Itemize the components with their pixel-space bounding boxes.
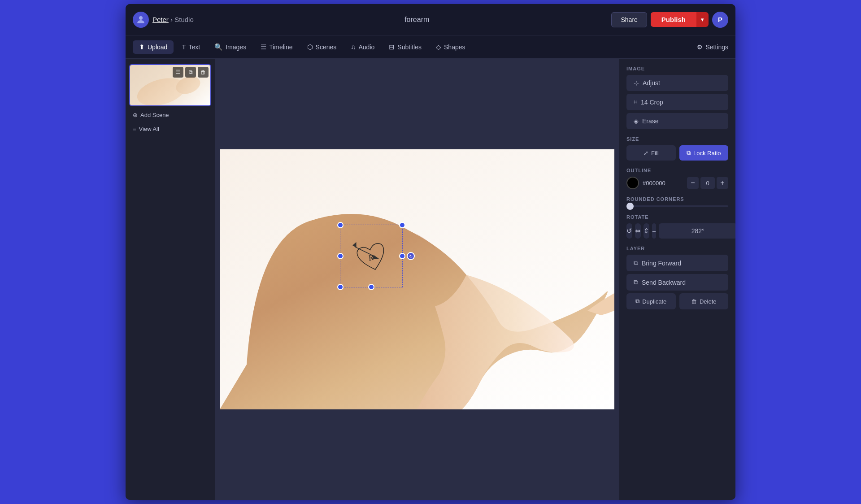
rotate-value-input[interactable]: 282° (659, 223, 735, 239)
toolbar-images[interactable]: 🔍 Images (208, 40, 252, 54)
lock-ratio-icon: ⧉ (687, 149, 691, 156)
bring-forward-icon: ⧉ (634, 259, 638, 267)
size-section-label: SIZE (626, 136, 728, 142)
send-backward-icon: ⧉ (634, 278, 638, 286)
toolbar-timeline[interactable]: ☰ Timeline (254, 40, 299, 54)
toolbar-shapes[interactable]: ◇ Shapes (430, 40, 471, 54)
fill-icon: ⤢ (644, 150, 648, 156)
scenes-icon: ⬡ (307, 43, 313, 51)
outline-section-label: OUTLINE (626, 168, 728, 173)
send-backward-button[interactable]: ⧉ Send Backward (626, 274, 728, 291)
subtitles-icon: ⊟ (389, 43, 395, 51)
flip-horizontal-button[interactable]: ⇔ (635, 223, 641, 239)
share-button[interactable]: Share (611, 12, 647, 27)
layer-section: LAYER ⧉ Bring Forward ⧉ Send Backward ⧉ … (626, 246, 728, 309)
outline-decrease-button[interactable]: − (687, 177, 699, 189)
outline-section: OUTLINE #000000 − + (626, 168, 728, 189)
toolbar: ⬆ Upload T Text 🔍 Images ☰ Timeline ⬡ Sc… (126, 35, 735, 59)
erase-icon: ◈ (634, 117, 639, 125)
size-section: SIZE ⤢ Fill ⧉ Lock Ratio (626, 136, 728, 161)
crop-button[interactable]: ⌗ 14 Crop (626, 94, 728, 110)
project-title: forearm (404, 16, 429, 24)
rotate-section-label: ROTATE (626, 214, 728, 220)
bring-forward-button[interactable]: ⧉ Bring Forward (626, 255, 728, 271)
erase-button[interactable]: ◈ Erase (626, 113, 728, 129)
add-scene-button[interactable]: ⊕ Add Scene (129, 110, 211, 120)
publish-button[interactable]: Publish (651, 12, 696, 27)
publish-dropdown-button[interactable]: ▾ (696, 12, 709, 27)
outline-num-control: − + (687, 177, 728, 189)
view-all-icon: ≡ (133, 126, 136, 132)
breadcrumb-user[interactable]: Peter (152, 16, 169, 23)
flip-vertical-button[interactable]: ⇕ (644, 223, 649, 239)
rounded-corners-section: ROUNDED CORNERS (626, 196, 728, 207)
settings-icon: ⚙ (697, 43, 703, 51)
audio-icon: ♫ (351, 43, 356, 51)
outline-color-swatch[interactable] (626, 177, 639, 189)
adjust-button[interactable]: ⊹ Adjust (626, 75, 728, 91)
toolbar-upload[interactable]: ⬆ Upload (133, 40, 174, 54)
text-icon: T (182, 43, 186, 51)
timeline-icon: ☰ (261, 43, 266, 51)
toolbar-subtitles[interactable]: ⊟ Subtitles (383, 40, 428, 54)
scene-delete-button[interactable]: 🗑 (198, 67, 209, 78)
svg-point-0 (139, 16, 143, 20)
duplicate-button[interactable]: ⧉ Duplicate (626, 293, 676, 309)
delete-icon: 🗑 (691, 298, 697, 305)
add-scene-icon: ⊕ (133, 112, 138, 118)
lock-ratio-button[interactable]: ⧉ Lock Ratio (679, 145, 729, 161)
toolbar-scenes[interactable]: ⬡ Scenes (301, 40, 343, 54)
rounded-corners-label: ROUNDED CORNERS (626, 196, 728, 202)
outline-value-input[interactable] (700, 177, 715, 189)
image-section: IMAGE ⊹ Adjust ⌗ 14 Crop ◈ Erase (626, 66, 728, 129)
breadcrumb: Peter › Studio (152, 16, 194, 23)
crop-icon: ⌗ (634, 98, 637, 106)
settings-button[interactable]: ⚙ Settings (697, 43, 728, 51)
fill-button[interactable]: ⤢ Fill (626, 145, 676, 161)
canvas-area[interactable]: ↻ (215, 59, 619, 500)
rounded-corners-slider[interactable] (626, 205, 728, 207)
image-section-label: IMAGE (626, 66, 728, 71)
scene-thumbnail-1[interactable]: ☰ ⧉ 🗑 (129, 64, 211, 106)
rotate-decrease-button[interactable]: − (652, 223, 656, 239)
scene-copy-button[interactable]: ⧉ (185, 67, 196, 78)
toolbar-text[interactable]: T Text (175, 40, 206, 53)
shapes-icon: ◇ (436, 43, 441, 51)
view-all-button[interactable]: ≡ View All (129, 124, 211, 134)
canvas-frame: ↻ (220, 149, 614, 409)
scene-controls: ☰ ⧉ 🗑 (173, 67, 209, 78)
user-avatar[interactable] (133, 12, 149, 28)
right-panel: IMAGE ⊹ Adjust ⌗ 14 Crop ◈ Erase (619, 59, 735, 500)
rotate-section: ROTATE ↺ ⇔ ⇕ − 282° + (626, 214, 728, 239)
layer-section-label: LAYER (626, 246, 728, 251)
sidebar: ☰ ⧉ 🗑 ⊕ Add Scene ≡ View All (126, 59, 215, 500)
images-icon: 🔍 (214, 43, 223, 51)
breadcrumb-sep: › (170, 16, 173, 23)
scene-reorder-button[interactable]: ☰ (173, 67, 183, 78)
user-initials-badge[interactable]: P (712, 12, 728, 28)
outline-increase-button[interactable]: + (717, 177, 728, 189)
adjust-icon: ⊹ (634, 79, 639, 87)
toolbar-audio[interactable]: ♫ Audio (344, 40, 381, 53)
rotate-ccw-button[interactable]: ↺ (626, 223, 632, 239)
outline-color-value: #000000 (643, 180, 683, 187)
publish-group: Publish ▾ (651, 12, 709, 27)
breadcrumb-studio: Studio (174, 16, 194, 23)
upload-icon: ⬆ (139, 43, 145, 51)
duplicate-icon: ⧉ (635, 298, 639, 305)
delete-button[interactable]: 🗑 Delete (679, 293, 729, 309)
